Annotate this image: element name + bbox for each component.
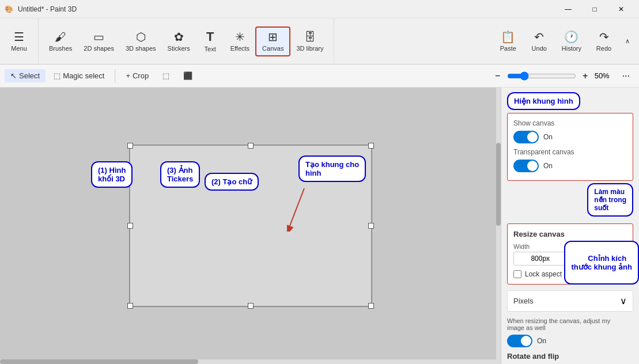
select-button[interactable]: ↖ Select <box>5 69 46 82</box>
magic-select-button[interactable]: ⬚ Magic select <box>48 69 110 82</box>
header-annotation: Hiện khung hình <box>507 92 580 110</box>
text-button[interactable]: T Text <box>196 27 225 56</box>
zoom-plus-button[interactable]: + <box>578 69 592 83</box>
crop-button[interactable]: + Crop <box>120 69 154 82</box>
handle-mr[interactable] <box>368 223 374 229</box>
vertical-scrollbar[interactable] <box>496 88 501 364</box>
pixels-label: Pixels <box>513 297 534 305</box>
transparent-state: On <box>543 162 553 170</box>
3d-shapes-label: 3D shapes <box>126 45 156 52</box>
close-button[interactable]: ✕ <box>608 0 634 18</box>
width-col: Width <box>513 243 568 266</box>
tools-section: 🖌 Brushes ▭ 2D shapes ⬡ 3D shapes ✿ Stic… <box>39 18 334 64</box>
adjust-state: On <box>537 337 546 345</box>
3d-library-icon: 🗄 <box>304 31 316 43</box>
subtoolbar-divider <box>115 69 115 83</box>
2d-shapes-button[interactable]: ▭ 2D shapes <box>78 28 120 55</box>
rotate-title: Rotate and flip <box>507 352 633 361</box>
crop-icon: + <box>126 71 130 80</box>
select-icon: ↖ <box>10 71 17 80</box>
vertical-scrollbar-thumb[interactable] <box>496 143 501 226</box>
horizontal-scrollbar-thumb[interactable] <box>0 359 198 364</box>
2d-shapes-icon: ▭ <box>93 31 104 43</box>
horizontal-scrollbar[interactable] <box>0 359 496 364</box>
undo-icon: ↶ <box>534 31 544 43</box>
maximize-button[interactable]: □ <box>581 0 608 18</box>
lock-aspect-checkbox[interactable] <box>513 270 521 278</box>
canvas-label: Canvas <box>262 45 283 52</box>
stickers-icon: ✿ <box>174 31 184 43</box>
stickers-label: Stickers <box>168 45 190 52</box>
handle-br[interactable] <box>368 303 374 309</box>
sub-tool1-icon: ⬚ <box>162 71 169 80</box>
transparent-label: Transparent canvas <box>513 148 627 156</box>
zoom-percent: 50% <box>595 71 615 80</box>
collapse-panel-button[interactable]: ∧ <box>621 34 634 48</box>
width-input[interactable] <box>513 252 568 266</box>
adjust-toggle[interactable] <box>507 335 532 347</box>
canvas-area[interactable]: (1) Hình khối 3D (3) Ảnh Tickers (2) Tạo… <box>0 88 501 364</box>
resize-adjust-label: When resizing the canvas, adjust my imag… <box>507 317 633 331</box>
annotation-1: (1) Hình khối 3D <box>91 161 133 188</box>
zoom-area: − + 50% ··· <box>491 69 634 84</box>
rotate-section: Rotate and flip ↺ ↻ ⇔ ⇕ <box>507 352 633 364</box>
titlebar: 🎨 Untitled* - Paint 3D — □ ✕ <box>0 0 639 18</box>
sub-tool2[interactable]: ⬛ <box>177 69 198 82</box>
show-canvas-toggle-row: On <box>513 131 627 143</box>
3d-shapes-icon: ⬡ <box>136 31 146 43</box>
handle-tl[interactable] <box>127 143 133 149</box>
3d-library-button[interactable]: 🗄 3D library <box>290 28 329 55</box>
more-options-button[interactable]: ··· <box>618 69 634 84</box>
effects-icon: ✳ <box>235 31 245 43</box>
pixels-dropdown[interactable]: Pixels ∨ <box>507 290 633 312</box>
minimize-button[interactable]: — <box>555 0 581 18</box>
sub-tool1[interactable]: ⬚ <box>157 69 175 82</box>
magic-select-label: Magic select <box>63 71 104 80</box>
handle-tc[interactable] <box>248 143 254 149</box>
crop-label: Crop <box>133 71 149 80</box>
3d-library-label: 3D library <box>296 45 323 52</box>
menu-label: Menu <box>11 45 27 52</box>
panel-header: Canvas Hiện khung hình <box>507 93 633 108</box>
redo-button[interactable]: ↷ Redo <box>589 28 618 55</box>
text-label: Text <box>205 46 216 52</box>
app-icon: 🎨 <box>5 5 13 13</box>
effects-button[interactable]: ✳ Effects <box>225 28 255 55</box>
undo-button[interactable]: ↶ Undo <box>525 28 554 55</box>
canvas-button[interactable]: ⊞ Canvas <box>255 26 290 56</box>
show-canvas-state: On <box>543 133 553 141</box>
canvas-frame <box>130 145 372 306</box>
resize-annotation: Chỉnh kích thước khung ảnh <box>564 241 639 285</box>
show-canvas-toggle[interactable] <box>513 131 539 143</box>
handle-ml[interactable] <box>127 223 133 229</box>
canvas-icon: ⊞ <box>268 31 278 43</box>
transparent-toggle[interactable] <box>513 160 539 172</box>
handle-bl[interactable] <box>127 303 133 309</box>
brushes-label: Brushes <box>49 45 72 52</box>
collapse-icon: ∧ <box>625 37 630 45</box>
history-icon: 🕐 <box>564 31 578 43</box>
resize-adjust-section: When resizing the canvas, adjust my imag… <box>507 317 633 347</box>
handle-tr[interactable] <box>368 143 374 149</box>
menu-button[interactable]: ☰ Menu <box>5 28 33 55</box>
text-icon: T <box>206 31 214 43</box>
paste-label: Paste <box>500 45 516 52</box>
undo-label: Undo <box>532 45 547 52</box>
zoom-slider[interactable] <box>507 71 576 81</box>
sub-tool2-icon: ⬛ <box>183 71 192 80</box>
magic-select-icon: ⬚ <box>54 71 61 80</box>
brushes-button[interactable]: 🖌 Brushes <box>43 28 78 55</box>
titlebar-controls: — □ ✕ <box>555 0 634 18</box>
right-panel: Canvas Hiện khung hình Show canvas On Tr… <box>501 88 639 364</box>
handle-bc[interactable] <box>248 303 254 309</box>
history-button[interactable]: 🕐 History <box>556 28 587 55</box>
stickers-button[interactable]: ✿ Stickers <box>162 28 196 55</box>
resize-title: Resize canvas <box>513 230 627 238</box>
toolbar: ☰ Menu 🖌 Brushes ▭ 2D shapes ⬡ 3D shapes… <box>0 18 639 65</box>
zoom-minus-button[interactable]: − <box>491 69 505 83</box>
menu-icon: ☰ <box>14 31 24 43</box>
3d-shapes-button[interactable]: ⬡ 3D shapes <box>120 28 162 55</box>
app-title: Untitled* - Paint 3D <box>18 5 77 13</box>
pixels-chevron: ∨ <box>620 295 627 306</box>
paste-button[interactable]: 📋 Paste <box>494 28 523 55</box>
